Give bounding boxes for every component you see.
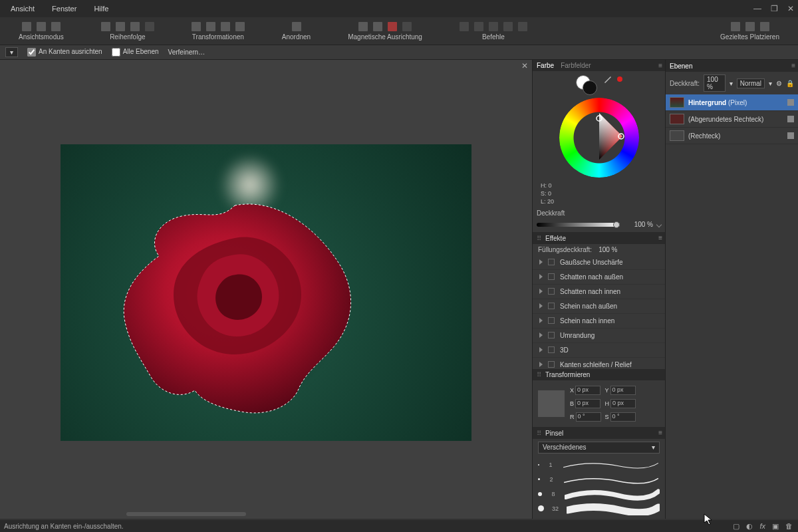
close-icon[interactable]: ✕ bbox=[787, 4, 794, 13]
adjustment-icon[interactable]: ◐ bbox=[746, 522, 753, 531]
ribbon: Ansichtsmodus Reihenfolge Transformation… bbox=[0, 17, 798, 45]
color-panel-tabs: Farbe Farbfelder ≡ bbox=[533, 60, 665, 71]
visibility-checkbox[interactable] bbox=[787, 132, 794, 139]
fx-outer-glow[interactable]: Schein nach außen bbox=[533, 299, 665, 314]
ribbon-transformationen[interactable]: Transformationen bbox=[173, 17, 263, 45]
window-controls: — ❐ ✕ bbox=[753, 4, 794, 13]
ribbon-anordnen[interactable]: Anordnen bbox=[263, 17, 329, 45]
color-dot-icon bbox=[617, 76, 622, 82]
context-dropdown[interactable]: ▾ bbox=[5, 47, 18, 57]
r-field[interactable]: R0 ° bbox=[570, 412, 601, 422]
eyedropper-icon[interactable] bbox=[604, 75, 612, 83]
trash-icon[interactable]: 🗑 bbox=[785, 522, 793, 531]
layers-tabs: Ebenen ≡ bbox=[666, 60, 798, 72]
transform-header[interactable]: ⠿Transformieren bbox=[533, 369, 665, 380]
ribbon-ansichtsmodus[interactable]: Ansichtsmodus bbox=[0, 17, 82, 45]
refine-button[interactable]: Verfeinern… bbox=[168, 49, 205, 56]
fx-inner-glow[interactable]: Schein nach innen bbox=[533, 314, 665, 329]
effects-list: Gaußsche Unschärfe Schatten nach außen S… bbox=[533, 255, 665, 369]
opacity-dropdown-icon[interactable] bbox=[656, 222, 662, 227]
fg-bg-swatch[interactable] bbox=[576, 75, 598, 95]
opacity-value: 100 % bbox=[624, 221, 653, 228]
visibility-checkbox[interactable] bbox=[787, 99, 794, 106]
panel-stack-right: Ebenen ≡ Deckkraft: 100 % ▾ Normal ▾ ⚙ 🔒… bbox=[665, 60, 798, 519]
opacity-slider[interactable] bbox=[537, 223, 620, 227]
lock-icon[interactable]: 🔒 bbox=[786, 80, 794, 87]
menu-hilfe[interactable]: Hilfe bbox=[94, 5, 108, 13]
fx-3d[interactable]: 3D bbox=[533, 343, 665, 358]
hsl-readout: H: 0 S: 0 L: 20 bbox=[541, 182, 554, 205]
folder-icon[interactable]: ▣ bbox=[772, 522, 779, 531]
brush-preset-32[interactable]: 32 bbox=[538, 501, 660, 516]
fx-gaussian-blur[interactable]: Gaußsche Unschärfe bbox=[533, 255, 665, 270]
maximize-icon[interactable]: ❐ bbox=[771, 4, 778, 13]
panel-menu-icon[interactable]: ≡ bbox=[791, 62, 795, 69]
layer-rect[interactable]: (Rechteck) bbox=[666, 128, 798, 144]
color-triangle[interactable] bbox=[573, 110, 625, 162]
y-field[interactable]: Y0 px bbox=[605, 386, 636, 395]
ribbon-gezieltes-platzieren[interactable]: Gezieltes Platzieren bbox=[702, 17, 798, 45]
brush-header[interactable]: ⠿Pinsel≡ bbox=[533, 427, 665, 438]
gear-icon[interactable]: ⚙ bbox=[776, 80, 782, 87]
fx-icon[interactable]: fx bbox=[759, 522, 765, 531]
ribbon-reihenfolge[interactable]: Reihenfolge bbox=[82, 17, 173, 45]
status-text: Ausrichtung an Kanten ein-/ausschalten. bbox=[4, 523, 124, 530]
layer-hintergrund[interactable]: Hintergrund (Pixel) bbox=[666, 94, 798, 111]
anchor-widget[interactable] bbox=[538, 390, 565, 417]
snap-checkbox[interactable]: An Kanten ausrichten bbox=[27, 48, 102, 57]
document-close-icon[interactable]: ✕ bbox=[521, 61, 528, 70]
h-field[interactable]: H0 px bbox=[605, 399, 636, 408]
brush-preset-8[interactable]: 8 bbox=[538, 487, 660, 501]
rose-image bbox=[102, 201, 361, 414]
layers-options: Deckkraft: 100 % ▾ Normal ▾ ⚙ 🔒 bbox=[666, 72, 798, 94]
minimize-icon[interactable]: — bbox=[753, 4, 761, 13]
ribbon-magnetische-ausrichtung[interactable]: Magnetische Ausrichtung bbox=[329, 17, 441, 45]
brush-preset-2[interactable]: 2 bbox=[538, 472, 660, 487]
color-panel: H: 0 S: 0 L: 20 Deckkraft 100 % bbox=[533, 71, 665, 232]
document-canvas[interactable] bbox=[61, 144, 471, 441]
tab-ebenen[interactable]: Ebenen bbox=[670, 63, 692, 70]
horizontal-scrollbar[interactable] bbox=[0, 511, 532, 517]
status-bar: Ausrichtung an Kanten ein-/ausschalten. … bbox=[0, 520, 798, 532]
ribbon-befehle[interactable]: Befehle bbox=[441, 17, 546, 45]
workspace: ✕ bbox=[0, 60, 798, 519]
canvas-area[interactable]: ✕ bbox=[0, 60, 532, 519]
brush-preset-1[interactable]: 1 bbox=[538, 458, 660, 472]
visibility-checkbox[interactable] bbox=[787, 116, 794, 122]
fx-inner-shadow[interactable]: Schatten nach innen bbox=[533, 285, 665, 299]
mask-icon[interactable]: ▢ bbox=[733, 522, 739, 531]
layer-rounded-rect[interactable]: (Abgerundetes Rechteck) bbox=[666, 111, 798, 128]
menubar: Ansicht Fenster Hilfe — ❐ ✕ bbox=[0, 0, 798, 17]
x-field[interactable]: X0 px bbox=[570, 386, 601, 395]
menu-ansicht[interactable]: Ansicht bbox=[11, 5, 35, 13]
fill-opacity-row[interactable]: Füllungsdeckkraft: 100 % bbox=[533, 244, 665, 255]
panel-menu-icon[interactable]: ≡ bbox=[658, 62, 662, 69]
opacity-label: Deckkraft bbox=[537, 209, 570, 217]
all-layers-checkbox[interactable]: Alle Ebenen bbox=[112, 48, 159, 57]
brush-category-dropdown[interactable]: Verschiedenes▾ bbox=[538, 442, 660, 454]
w-field[interactable]: B0 px bbox=[570, 399, 601, 408]
context-bar: ▾ An Kanten ausrichten Alle Ebenen Verfe… bbox=[0, 45, 798, 60]
effects-header[interactable]: ⠿ Effekte ≡ bbox=[533, 232, 665, 243]
transform-panel: X0 px Y0 px B0 px H0 px R0 ° S0 ° bbox=[533, 380, 665, 427]
tab-farbe[interactable]: Farbe bbox=[537, 62, 554, 69]
tab-farbfelder[interactable]: Farbfelder bbox=[561, 62, 591, 69]
s-field[interactable]: S0 ° bbox=[605, 412, 636, 422]
layer-opacity-field[interactable]: 100 % bbox=[704, 74, 726, 92]
menu-fenster[interactable]: Fenster bbox=[52, 5, 76, 13]
brush-panel: Verschiedenes▾ 1 2 8 32 bbox=[533, 439, 665, 519]
fx-outline[interactable]: Umrandung bbox=[533, 329, 665, 343]
panel-stack-left: Farbe Farbfelder ≡ bbox=[532, 60, 665, 519]
fx-bevel[interactable]: Kanten schleifen / Relief bbox=[533, 358, 665, 369]
fx-outer-shadow[interactable]: Schatten nach außen bbox=[533, 270, 665, 285]
blend-mode-dropdown[interactable]: Normal bbox=[737, 78, 765, 88]
